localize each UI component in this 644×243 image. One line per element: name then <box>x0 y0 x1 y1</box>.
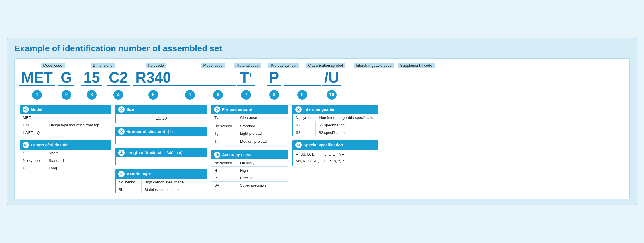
code-t1: T1 <box>237 70 255 86</box>
inter-row3-col1: S2 <box>293 129 316 136</box>
accuracy-table: ⑧ Accuracy class No symbol Ordinary H Hi… <box>211 150 288 189</box>
table-row: No symbol Standard <box>20 157 111 164</box>
interchangeable-body: No symbol Non-interchangeable specificat… <box>292 114 378 136</box>
label-model-code2: Model code <box>201 63 225 68</box>
num-10: 10 <box>327 90 337 100</box>
table-row: P Precision <box>211 174 288 182</box>
size-value: 15, 20 <box>116 114 207 123</box>
length-badge: ② <box>23 142 29 148</box>
length-row3-col1: G <box>20 164 46 172</box>
code-15: 15 <box>81 70 102 86</box>
track-rail-note: (340 mm) <box>165 150 182 155</box>
size-table: ③ Size 15, 20 <box>115 105 207 123</box>
table-row: T1 Light preload <box>211 130 288 138</box>
num-8: 8 <box>269 90 279 100</box>
label-row: Model code Dimensions Part code Model co… <box>23 63 624 69</box>
preload-row2-col2: Standard <box>237 122 288 130</box>
interchangeable-header-label: Interchangeable <box>303 107 334 112</box>
accuracy-header-label: Accuracy class <box>222 152 251 157</box>
code-met: MET <box>19 70 55 86</box>
accuracy-badge: ⑧ <box>214 152 220 158</box>
material-badge: ⑥ <box>118 171 125 177</box>
table-row: No symbol High carbon steel made <box>116 179 207 186</box>
length-row1-col2: Short <box>46 150 111 157</box>
track-rail-empty <box>116 157 207 164</box>
tables-area: ① Model MET LWET Flange type mounting fr… <box>20 105 624 193</box>
material-body: No symbol High carbon steel made SL Stai… <box>115 179 207 193</box>
table-row: No symbol Ordinary <box>211 159 288 167</box>
code-u: /U <box>322 70 341 86</box>
num-1: 1 <box>32 90 42 100</box>
material-header-label: Material type <box>126 172 151 176</box>
size-header: ③ Size <box>115 105 207 114</box>
material-table: ⑥ Material type No symbol High carbon st… <box>115 169 207 193</box>
table-row <box>116 136 207 143</box>
preload-row3-col1: T1 <box>211 130 237 138</box>
model-body: MET LWET Flange type mounting from top L… <box>20 114 111 136</box>
length-row3-col2: Long <box>46 164 111 172</box>
special-line1: A, BS, D, E, F, I , J, L, LF, MA <box>296 152 344 156</box>
preload-row3-col2: Light preload <box>237 130 288 138</box>
table-row: T2 Medium preload <box>211 138 288 146</box>
special-line2: M4, N, Q, RE, T, U, V, W, Y, Z <box>296 159 344 163</box>
length-row2-col1: No symbol <box>20 157 46 164</box>
num-7: 7 <box>241 90 251 100</box>
label-interchangeable-code: Interchangeable code <box>354 63 394 68</box>
label-model-code: Model code <box>41 63 64 68</box>
accuracy-body: No symbol Ordinary H High P Precision <box>211 159 288 189</box>
model-row3-col1: LWET…Q <box>20 129 46 136</box>
inter-row1-col1: No symbol <box>293 114 316 121</box>
slide-unit-body <box>115 136 207 144</box>
preload-row2-col1: No symbol <box>211 122 237 130</box>
interchangeable-badge: ⑨ <box>295 106 302 113</box>
preload-header-label: Preload amount <box>222 107 252 112</box>
accuracy-row3-col2: Precision <box>237 174 288 181</box>
accuracy-row4-col1: SP <box>211 182 237 189</box>
table-row: H High <box>211 167 288 174</box>
table-row: MET <box>20 114 111 121</box>
table-row: S2 S2 specification <box>293 129 378 136</box>
track-rail-body <box>115 157 207 165</box>
slide-unit-empty <box>116 136 207 143</box>
model-header-label: Model <box>31 107 42 112</box>
table-row: No symbol Standard <box>211 122 288 130</box>
length-header: ② Length of slide unit <box>20 140 111 150</box>
preload-row1-col1: Tc <box>211 114 237 122</box>
table-row: SP Super precision <box>211 182 288 189</box>
model-badge: ① <box>23 106 29 113</box>
interchangeable-header: ⑨ Interchangeable <box>292 105 378 114</box>
slide-unit-badge: ④ <box>118 128 125 135</box>
accuracy-row4-col2: Super precision <box>237 182 288 189</box>
num-4: 4 <box>113 90 123 100</box>
table-row <box>116 157 207 164</box>
table-row: G Long <box>20 164 111 172</box>
accuracy-row1-col2: Ordinary <box>237 159 288 166</box>
special-table: ⑩ Special specification A, BS, D, E, F, … <box>292 140 378 166</box>
inter-row3-col2: S2 specification <box>316 129 378 136</box>
model-table: ① Model MET LWET Flange type mounting fr… <box>20 105 111 136</box>
material-row1-col2: High carbon steel made <box>142 179 207 186</box>
slide-unit-note: (2) <box>168 129 173 134</box>
label-dimensions: Dimensions <box>91 63 115 68</box>
table-row: Tc Clearance <box>211 114 288 122</box>
code-p: P <box>267 70 282 86</box>
table-row: A, BS, D, E, F, I , J, L, LF, MA M4, N, … <box>293 150 378 166</box>
table-row: 15, 20 <box>116 114 207 123</box>
slide-unit-table: ④ Number of slide unit (2) <box>115 127 207 144</box>
code-blank-material <box>200 70 236 86</box>
code-g: G <box>58 70 74 86</box>
length-header-label: Length of slide unit <box>31 143 68 147</box>
interchangeable-table: ⑨ Interchangeable No symbol Non-intercha… <box>292 105 378 136</box>
num-6: 6 <box>213 90 223 100</box>
model-row1-col1: MET <box>20 114 46 121</box>
diagram-area: Model code Dimensions Part code Model co… <box>20 63 624 100</box>
white-box: Model code Dimensions Part code Model co… <box>14 58 630 199</box>
accuracy-row2-col1: H <box>211 167 237 174</box>
inter-row2-col1: S1 <box>293 121 316 129</box>
track-rail-header: ⑤ Length of track rail (340 mm) <box>115 148 207 157</box>
preload-row4-col1: T2 <box>211 138 237 146</box>
num-5: 5 <box>148 90 158 100</box>
table-row: S1 S1 specification <box>293 121 378 129</box>
label-supplemental-code: Supplemental code <box>398 63 434 68</box>
slide-unit-header: ④ Number of slide unit (2) <box>115 127 207 136</box>
